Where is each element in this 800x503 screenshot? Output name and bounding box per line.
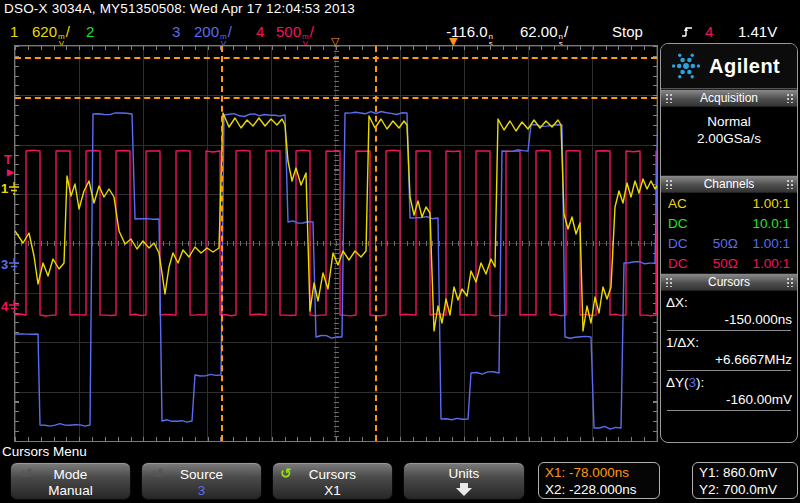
grip-icon	[786, 93, 793, 103]
cursor-dx-value: -150.000ns	[666, 311, 792, 328]
ch1-scale: 620mV/	[32, 23, 70, 47]
x-cursor-readout: X1: -78.000ns X2: -228.000ns	[538, 462, 660, 499]
ch3-scale: 200mV/	[194, 23, 232, 47]
trigger-position-marker-icon[interactable]: ▼	[449, 37, 457, 47]
cursor-y1-line[interactable]	[15, 57, 657, 59]
graticule	[14, 45, 658, 442]
cursor-x2-line[interactable]	[221, 46, 223, 441]
rotary-knob-active-icon: ↺	[280, 465, 292, 481]
ground-icon	[8, 257, 20, 272]
cursor-dy-row: ΔY(3): -160.00mV	[666, 374, 792, 411]
grip-icon	[786, 277, 793, 287]
waveform-traces	[15, 46, 657, 441]
ch1-button[interactable]: 1	[10, 23, 18, 40]
trigger-level-marker[interactable]: T	[4, 153, 12, 166]
down-arrow-icon	[456, 483, 472, 496]
cursor-dy-value: -160.00mV	[666, 391, 792, 408]
oscilloscope-screen: DSO-X 3034A, MY51350508: Wed Apr 17 12:0…	[0, 0, 800, 503]
info-sidebar: Agilent Acquisition Normal 2.00GSa/s Cha…	[660, 43, 798, 443]
grip-icon	[786, 179, 793, 189]
softkey-cursors[interactable]: ↺ Cursors X1	[272, 462, 393, 500]
y-cursor-readout: Y1: 860.0mV Y2: 700.0mV	[692, 462, 798, 499]
grip-icon	[665, 277, 672, 287]
ch2-button[interactable]: 2	[86, 23, 94, 40]
channels-header[interactable]: Channels	[661, 175, 797, 193]
rotary-knob-icon: ↺	[152, 465, 164, 481]
grip-icon	[665, 179, 672, 189]
x2-readout: X2: -228.000ns	[545, 481, 653, 498]
ch3-ground-marker[interactable]: 3	[1, 257, 20, 272]
softkey-units[interactable]: Units	[403, 462, 525, 500]
divider	[667, 370, 791, 371]
channel-row-2: DC 10.0:1	[661, 213, 797, 233]
brand-block: Agilent	[661, 44, 797, 89]
cursor-y2-line[interactable]	[15, 97, 657, 99]
divider	[667, 410, 791, 411]
ch4-scale: 500mV/	[276, 23, 314, 47]
y2-readout: Y2: 700.0mV	[699, 481, 791, 498]
trigger-edge-icon	[681, 24, 694, 42]
ch1-ground-marker[interactable]: 1	[1, 181, 20, 196]
run-state: Stop	[612, 23, 643, 40]
softkey-source[interactable]: ↺ Source 3	[141, 462, 262, 500]
ground-icon	[8, 299, 20, 314]
brand-name: Agilent	[709, 55, 780, 78]
menu-title: Cursors Menu	[2, 444, 87, 459]
ch4-ground-marker[interactable]: 4	[1, 299, 20, 314]
channel-row-4: DC 50Ω 1.00:1	[661, 253, 797, 273]
agilent-spark-icon	[669, 49, 703, 83]
sample-rate: 2.00GSa/s	[661, 130, 797, 147]
trigger-level-arrow-icon: ▶	[7, 166, 14, 179]
softkey-mode[interactable]: ↺ Mode Manual	[10, 462, 131, 500]
cursor-dx-row: ΔX: -150.000ns	[666, 294, 792, 331]
cursor-invdx-row: 1/ΔX: +6.6667MHz	[666, 334, 792, 371]
cursors-header[interactable]: Cursors	[661, 273, 797, 291]
ground-icon	[8, 181, 20, 196]
divider	[667, 330, 791, 331]
acquisition-mode: Normal	[661, 113, 797, 130]
instrument-title: DSO-X 3034A, MY51350508: Wed Apr 17 12:0…	[4, 1, 355, 16]
channel-row-1: AC 1.00:1	[661, 193, 797, 213]
rotary-knob-icon: ↺	[21, 465, 33, 481]
trigger-level: 1.41V	[738, 23, 777, 40]
timebase-readout: 62.00ns/	[520, 23, 568, 47]
ch3-button[interactable]: 3	[172, 23, 180, 40]
trigger-source: 4	[705, 23, 713, 40]
status-bar: 1 620mV/ 2 3 200mV/ 4 500mV/ -116.0ns 62…	[0, 20, 800, 42]
ch4-button[interactable]: 4	[256, 23, 264, 40]
timeref-marker-icon[interactable]: ▽	[331, 37, 339, 47]
grip-icon	[665, 93, 672, 103]
cursors-body: ΔX: -150.000ns 1/ΔX: +6.6667MHz ΔY(3): -…	[661, 291, 797, 442]
acquisition-header[interactable]: Acquisition	[661, 89, 797, 107]
cursor-x1-line[interactable]	[375, 46, 377, 441]
acquisition-body: Normal 2.00GSa/s	[661, 107, 797, 175]
cursor-invdx-value: +6.6667MHz	[666, 351, 792, 368]
cursor-dy-source: 3	[689, 375, 697, 390]
y1-readout: Y1: 860.0mV	[699, 464, 791, 481]
channel-row-3: DC 50Ω 1.00:1	[661, 233, 797, 253]
x1-readout: X1: -78.000ns	[545, 464, 653, 481]
